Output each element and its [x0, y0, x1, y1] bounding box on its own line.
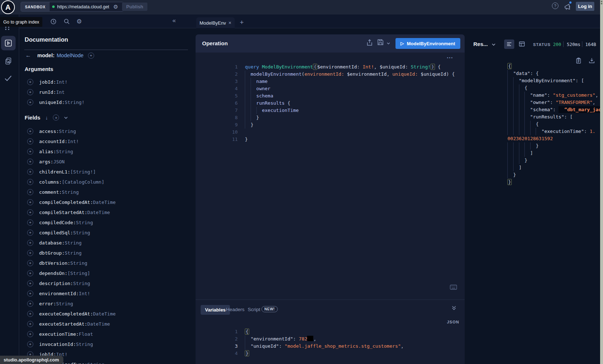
add-field-button[interactable]: +: [27, 179, 33, 185]
field-type[interactable]: String: [76, 342, 93, 347]
back-arrow-icon[interactable]: ←: [25, 52, 34, 59]
chevron-down-icon[interactable]: [64, 117, 68, 119]
tab-variables[interactable]: Variables: [201, 305, 230, 315]
add-argument-button[interactable]: +: [27, 99, 33, 105]
search-icon[interactable]: [64, 18, 70, 25]
argument-type[interactable]: String!: [64, 100, 84, 105]
field-name[interactable]: database: [39, 240, 62, 246]
field-type[interactable]: Int!: [67, 139, 79, 144]
field-name[interactable]: dbtVersion: [39, 260, 67, 266]
field-type[interactable]: DateTime: [93, 200, 116, 205]
add-field-button[interactable]: +: [27, 219, 33, 226]
field-type[interactable]: Float: [79, 331, 93, 337]
keyboard-shortcuts-icon[interactable]: [450, 285, 457, 290]
argument-name[interactable]: uniqueId: [39, 100, 62, 105]
field-type[interactable]: String: [59, 129, 76, 134]
add-field-button[interactable]: +: [27, 159, 33, 165]
field-name[interactable]: compileCompletedAt: [39, 200, 90, 205]
add-field-button[interactable]: +: [27, 331, 33, 337]
code-line[interactable]: 1query ModelByEnvironment($environmentId…: [196, 56, 465, 63]
sort-icon[interactable]: ↓: [45, 115, 48, 121]
add-field-button[interactable]: +: [27, 280, 33, 286]
tab-headers[interactable]: Headers: [226, 307, 244, 312]
add-all-fields-button[interactable]: +: [53, 114, 59, 121]
field-type[interactable]: [CatalogColumn]: [62, 179, 104, 185]
endpoint-url-text[interactable]: https://metadata.cloud.get: [57, 4, 111, 9]
field-type[interactable]: DateTime: [93, 311, 116, 317]
add-field-button[interactable]: +: [27, 148, 33, 155]
add-field-button[interactable]: +: [88, 53, 94, 59]
argument-name[interactable]: runId: [39, 89, 53, 95]
field-type[interactable]: DateTime: [87, 210, 110, 215]
field-name[interactable]: environmentId: [39, 291, 76, 296]
endpoint-url-field[interactable]: https://metadata.cloud.get ⚙: [50, 2, 123, 11]
nav-checks-icon[interactable]: [4, 75, 12, 81]
explorer-settings-icon[interactable]: ⚙: [76, 18, 82, 25]
argument-type[interactable]: Int: [56, 89, 64, 95]
save-options-chevron-icon[interactable]: [387, 42, 390, 45]
breadcrumb-type-link[interactable]: ModelNode: [57, 53, 84, 58]
publish-button[interactable]: Publish: [122, 3, 147, 11]
endpoint-settings-icon[interactable]: ⚙: [113, 4, 118, 9]
field-type[interactable]: Int!: [79, 291, 90, 296]
add-field-button[interactable]: +: [27, 290, 33, 297]
operation-tab[interactable]: ModelByEnvi... ×: [196, 17, 235, 28]
variables-editor[interactable]: 1{ 2"environmentId": 782, 3"uniqueId": "…: [196, 321, 465, 350]
field-type[interactable]: [String!]: [70, 169, 96, 175]
add-field-button[interactable]: +: [27, 209, 33, 216]
add-field-button[interactable]: +: [27, 250, 33, 256]
collapse-docs-icon[interactable]: «: [172, 17, 176, 24]
field-name[interactable]: args: [39, 159, 50, 164]
argument-name[interactable]: jobId: [39, 79, 53, 85]
add-field-button[interactable]: +: [27, 199, 33, 205]
argument-type[interactable]: Int!: [56, 79, 67, 85]
field-name[interactable]: dbtGroup: [39, 250, 62, 256]
field-type[interactable]: String: [73, 230, 90, 235]
field-type[interactable]: String: [87, 362, 104, 364]
field-name[interactable]: executionTime: [39, 331, 76, 337]
field-name[interactable]: compiledCode: [39, 220, 73, 225]
field-name[interactable]: invocationId: [39, 342, 73, 347]
operation-overflow-menu-icon[interactable]: •••: [447, 55, 453, 60]
field-type[interactable]: String: [64, 240, 81, 246]
response-title[interactable]: Res...: [473, 41, 488, 47]
field-name[interactable]: compiledSql: [39, 230, 70, 235]
field-type[interactable]: JSON: [53, 159, 64, 164]
new-tab-button[interactable]: +: [240, 19, 244, 26]
add-field-button[interactable]: +: [27, 128, 33, 134]
field-type[interactable]: String: [56, 301, 73, 306]
field-type[interactable]: String: [76, 220, 93, 225]
code-line[interactable]: 1{: [196, 321, 465, 328]
add-field-button[interactable]: +: [27, 260, 33, 266]
tab-script[interactable]: Script: [248, 307, 260, 312]
share-icon[interactable]: [367, 39, 373, 46]
field-name[interactable]: dependsOn: [39, 271, 64, 276]
field-name[interactable]: childrenL1: [39, 169, 67, 175]
login-button[interactable]: Log in: [576, 2, 594, 11]
field-type[interactable]: String: [62, 189, 79, 195]
field-name[interactable]: compileStartedAt: [39, 210, 84, 215]
add-field-button[interactable]: +: [27, 230, 33, 236]
apollo-logo-icon[interactable]: A: [1, 0, 15, 14]
operation-editor[interactable]: 1query ModelByEnvironment($environmentId…: [196, 56, 465, 136]
field-type[interactable]: String: [70, 260, 87, 266]
add-field-button[interactable]: +: [27, 270, 33, 276]
field-type[interactable]: String: [64, 250, 81, 256]
collapse-variables-icon[interactable]: [452, 306, 456, 310]
view-table-toggle[interactable]: [519, 41, 525, 47]
nav-collections-icon[interactable]: [5, 57, 12, 65]
tab-close-icon[interactable]: ×: [229, 20, 231, 25]
field-type[interactable]: String: [73, 281, 90, 286]
nav-explorer-active[interactable]: [1, 36, 16, 50]
add-field-button[interactable]: +: [27, 189, 33, 195]
save-icon[interactable]: [377, 39, 384, 45]
response-dropdown-chevron-icon[interactable]: [492, 43, 495, 46]
field-type[interactable]: DateTime: [87, 321, 110, 327]
view-raw-toggle-active[interactable]: [504, 39, 514, 49]
add-field-button[interactable]: +: [27, 311, 33, 317]
add-argument-button[interactable]: +: [27, 89, 33, 95]
field-name[interactable]: comment: [39, 189, 59, 195]
field-name[interactable]: columns: [39, 179, 59, 185]
add-field-button[interactable]: +: [27, 321, 33, 327]
field-name[interactable]: access: [39, 129, 56, 134]
